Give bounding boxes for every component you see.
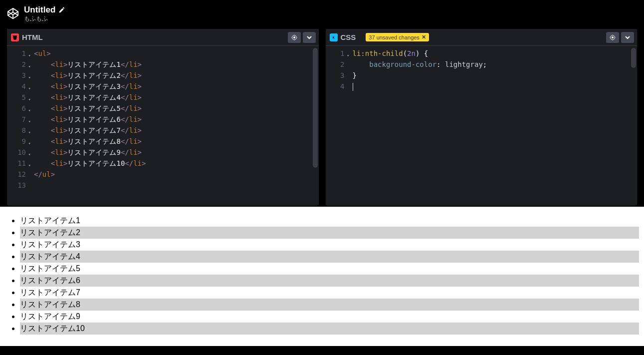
preview-list: リストアイテム1リストアイテム2リストアイテム3リストアイテム4リストアイテム5…: [5, 215, 639, 335]
edit-title-icon[interactable]: [58, 6, 65, 13]
html-panel: HTML 1▾2▾3▾4▾5▾6▾7▾8▾9▾10▾11▾1213 <ul> <…: [7, 29, 319, 206]
css-panel-header: CSS 37 unsaved changes ✕: [326, 29, 638, 46]
html-lang-icon: [11, 33, 19, 41]
app-header: Untitled もふもふ: [0, 0, 644, 26]
list-item: リストアイテム4: [20, 251, 639, 263]
html-dropdown-button[interactable]: [303, 32, 316, 43]
close-icon[interactable]: ✕: [422, 34, 426, 40]
pen-title[interactable]: Untitled: [24, 5, 55, 15]
editors-row: HTML 1▾2▾3▾4▾5▾6▾7▾8▾9▾10▾11▾1213 <ul> <…: [0, 26, 644, 206]
list-item: リストアイテム5: [20, 263, 639, 275]
preview-pane[interactable]: リストアイテム1リストアイテム2リストアイテム3リストアイテム4リストアイテム5…: [0, 207, 644, 346]
html-tab-label: HTML: [22, 33, 43, 41]
list-item: リストアイテム2: [20, 227, 639, 239]
html-panel-header: HTML: [7, 29, 319, 46]
css-code-editor[interactable]: 1▾234 li:nth-child(2n) { background-colo…: [326, 46, 638, 206]
list-item: リストアイテム7: [20, 287, 639, 299]
css-panel: CSS 37 unsaved changes ✕ 1▾234 li:nth-ch…: [326, 29, 638, 206]
css-dropdown-button[interactable]: [621, 32, 634, 43]
pen-author[interactable]: もふもふ: [24, 15, 65, 22]
html-settings-button[interactable]: [288, 32, 301, 43]
list-item: リストアイテム8: [20, 299, 639, 311]
html-scrollbar[interactable]: [313, 48, 318, 188]
css-tab-label: CSS: [341, 33, 356, 41]
codepen-logo-icon[interactable]: [7, 7, 19, 19]
list-item: リストアイテム1: [20, 215, 639, 227]
svg-point-3: [293, 36, 295, 38]
unsaved-changes-text: 37 unsaved changes: [369, 34, 420, 40]
html-tab[interactable]: HTML: [7, 29, 49, 45]
list-item: リストアイテム9: [20, 311, 639, 323]
css-tab[interactable]: CSS: [326, 29, 362, 45]
css-scrollbar[interactable]: [631, 48, 636, 188]
unsaved-changes-badge[interactable]: 37 unsaved changes ✕: [366, 33, 429, 41]
list-item: リストアイテム6: [20, 275, 639, 287]
svg-point-4: [612, 36, 613, 38]
html-code-editor[interactable]: 1▾2▾3▾4▾5▾6▾7▾8▾9▾10▾11▾1213 <ul> <li>リス…: [7, 46, 319, 206]
css-settings-button[interactable]: [606, 32, 619, 43]
css-lang-icon: [330, 33, 338, 41]
list-item: リストアイテム3: [20, 239, 639, 251]
list-item: リストアイテム10: [20, 323, 639, 335]
